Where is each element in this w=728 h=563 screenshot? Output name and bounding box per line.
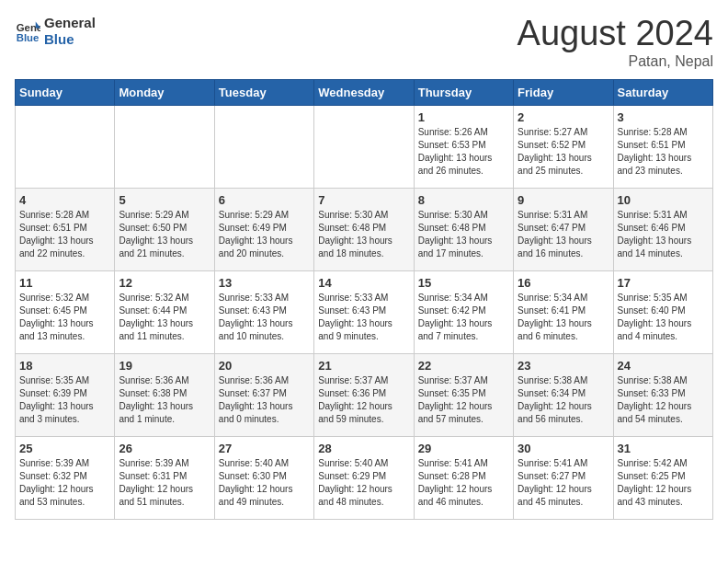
day-number: 7 <box>318 193 409 207</box>
day-number: 25 <box>19 442 110 455</box>
col-header-thursday: Thursday <box>414 79 513 105</box>
day-number: 20 <box>219 359 310 373</box>
daylight-text: Daylight: 13 hours and 11 minutes. <box>119 318 193 341</box>
daylight-text: Daylight: 12 hours and 59 minutes. <box>318 401 392 424</box>
daylight-text: Daylight: 13 hours and 4 minutes. <box>618 318 692 341</box>
logo-general-text: General <box>44 15 96 30</box>
day-number: 9 <box>518 193 609 207</box>
sunrise-text: Sunrise: 5:34 AM <box>418 293 488 303</box>
sunset-text: Sunset: 6:49 PM <box>219 223 287 233</box>
week-row-5: 25Sunrise: 5:39 AMSunset: 6:32 PMDayligh… <box>16 436 713 519</box>
sunset-text: Sunset: 6:33 PM <box>618 388 686 398</box>
day-number: 26 <box>119 442 210 455</box>
day-number: 14 <box>318 276 409 290</box>
sunset-text: Sunset: 6:46 PM <box>618 223 686 233</box>
sunrise-text: Sunrise: 5:34 AM <box>518 293 587 303</box>
sunrise-text: Sunrise: 5:32 AM <box>119 293 188 303</box>
sunrise-text: Sunrise: 5:26 AM <box>418 127 488 137</box>
sunrise-text: Sunrise: 5:37 AM <box>418 375 488 385</box>
day-number: 10 <box>618 193 709 207</box>
day-number: 11 <box>19 276 110 290</box>
daylight-text: Daylight: 13 hours and 3 minutes. <box>19 401 94 424</box>
sunrise-text: Sunrise: 5:29 AM <box>119 210 188 220</box>
sunset-text: Sunset: 6:27 PM <box>518 471 586 481</box>
sunset-text: Sunset: 6:37 PM <box>219 388 287 398</box>
week-row-2: 4Sunrise: 5:28 AMSunset: 6:51 PMDaylight… <box>16 188 713 270</box>
day-number: 4 <box>19 193 110 207</box>
day-number: 30 <box>518 442 609 455</box>
sunrise-text: Sunrise: 5:39 AM <box>119 458 188 468</box>
day-number: 29 <box>418 442 509 455</box>
sunset-text: Sunset: 6:41 PM <box>518 305 586 316</box>
day-number: 19 <box>119 359 210 373</box>
day-number: 24 <box>618 359 709 373</box>
week-row-3: 11Sunrise: 5:32 AMSunset: 6:45 PMDayligh… <box>16 270 713 353</box>
daylight-text: Daylight: 13 hours and 23 minutes. <box>618 153 692 176</box>
sunset-text: Sunset: 6:25 PM <box>618 471 686 481</box>
day-cell: 27Sunrise: 5:40 AMSunset: 6:30 PMDayligh… <box>214 436 313 519</box>
svg-text:Blue: Blue <box>17 31 40 42</box>
day-cell: 21Sunrise: 5:37 AMSunset: 6:36 PMDayligh… <box>314 353 414 436</box>
logo-icon: General Blue <box>15 18 40 44</box>
day-number: 6 <box>219 193 310 207</box>
sunset-text: Sunset: 6:51 PM <box>19 223 87 233</box>
sunrise-text: Sunrise: 5:28 AM <box>19 210 89 220</box>
week-row-4: 18Sunrise: 5:35 AMSunset: 6:39 PMDayligh… <box>16 353 713 436</box>
sunset-text: Sunset: 6:29 PM <box>318 471 386 481</box>
day-cell: 19Sunrise: 5:36 AMSunset: 6:38 PMDayligh… <box>115 353 214 436</box>
daylight-text: Daylight: 13 hours and 7 minutes. <box>418 318 493 341</box>
daylight-text: Daylight: 13 hours and 14 minutes. <box>618 236 692 259</box>
daylight-text: Daylight: 13 hours and 16 minutes. <box>518 236 592 259</box>
logo: General Blue General Blue <box>15 15 96 47</box>
sunset-text: Sunset: 6:47 PM <box>518 223 586 233</box>
day-number: 22 <box>418 359 509 373</box>
col-header-monday: Monday <box>115 79 214 105</box>
day-cell: 17Sunrise: 5:35 AMSunset: 6:40 PMDayligh… <box>613 270 712 353</box>
day-number: 17 <box>618 276 709 290</box>
day-cell <box>214 105 313 188</box>
daylight-text: Daylight: 13 hours and 6 minutes. <box>518 318 592 341</box>
sunset-text: Sunset: 6:39 PM <box>19 388 87 398</box>
day-number: 15 <box>418 276 509 290</box>
daylight-text: Daylight: 12 hours and 56 minutes. <box>518 401 592 424</box>
sunset-text: Sunset: 6:43 PM <box>318 305 386 316</box>
daylight-text: Daylight: 13 hours and 22 minutes. <box>19 236 94 259</box>
day-number: 28 <box>318 442 409 455</box>
daylight-text: Daylight: 13 hours and 17 minutes. <box>418 236 493 259</box>
col-header-saturday: Saturday <box>613 79 712 105</box>
col-header-sunday: Sunday <box>16 79 115 105</box>
title-area: August 2024 Patan, Nepal <box>518 15 713 70</box>
day-cell: 5Sunrise: 5:29 AMSunset: 6:50 PMDaylight… <box>115 188 214 270</box>
sunrise-text: Sunrise: 5:41 AM <box>418 458 488 468</box>
day-number: 31 <box>618 442 709 455</box>
day-cell: 13Sunrise: 5:33 AMSunset: 6:43 PMDayligh… <box>214 270 313 353</box>
day-cell: 12Sunrise: 5:32 AMSunset: 6:44 PMDayligh… <box>115 270 214 353</box>
sunrise-text: Sunrise: 5:35 AM <box>618 293 688 303</box>
day-number: 12 <box>119 276 210 290</box>
sunrise-text: Sunrise: 5:36 AM <box>119 375 188 385</box>
day-cell: 2Sunrise: 5:27 AMSunset: 6:52 PMDaylight… <box>514 105 613 188</box>
sunset-text: Sunset: 6:52 PM <box>518 140 586 150</box>
daylight-text: Daylight: 13 hours and 10 minutes. <box>219 318 293 341</box>
day-cell: 8Sunrise: 5:30 AMSunset: 6:48 PMDaylight… <box>414 188 513 270</box>
day-cell: 31Sunrise: 5:42 AMSunset: 6:25 PMDayligh… <box>613 436 712 519</box>
sunset-text: Sunset: 6:45 PM <box>19 305 87 316</box>
day-cell <box>16 105 115 188</box>
logo-blue-text: Blue <box>44 31 74 47</box>
sunrise-text: Sunrise: 5:30 AM <box>418 210 488 220</box>
day-cell: 24Sunrise: 5:38 AMSunset: 6:33 PMDayligh… <box>613 353 712 436</box>
day-cell: 20Sunrise: 5:36 AMSunset: 6:37 PMDayligh… <box>214 353 313 436</box>
day-cell: 3Sunrise: 5:28 AMSunset: 6:51 PMDaylight… <box>613 105 712 188</box>
day-number: 16 <box>518 276 609 290</box>
daylight-text: Daylight: 12 hours and 51 minutes. <box>119 484 193 507</box>
sunset-text: Sunset: 6:38 PM <box>119 388 187 398</box>
sunrise-text: Sunrise: 5:35 AM <box>19 375 89 385</box>
sunset-text: Sunset: 6:42 PM <box>418 305 486 316</box>
header-row: SundayMondayTuesdayWednesdayThursdayFrid… <box>16 79 713 105</box>
daylight-text: Daylight: 13 hours and 13 minutes. <box>19 318 94 341</box>
day-cell: 15Sunrise: 5:34 AMSunset: 6:42 PMDayligh… <box>414 270 513 353</box>
day-cell: 16Sunrise: 5:34 AMSunset: 6:41 PMDayligh… <box>514 270 613 353</box>
sunrise-text: Sunrise: 5:31 AM <box>618 210 688 220</box>
day-cell: 30Sunrise: 5:41 AMSunset: 6:27 PMDayligh… <box>514 436 613 519</box>
header: General Blue General Blue August 2024 Pa… <box>15 15 713 70</box>
